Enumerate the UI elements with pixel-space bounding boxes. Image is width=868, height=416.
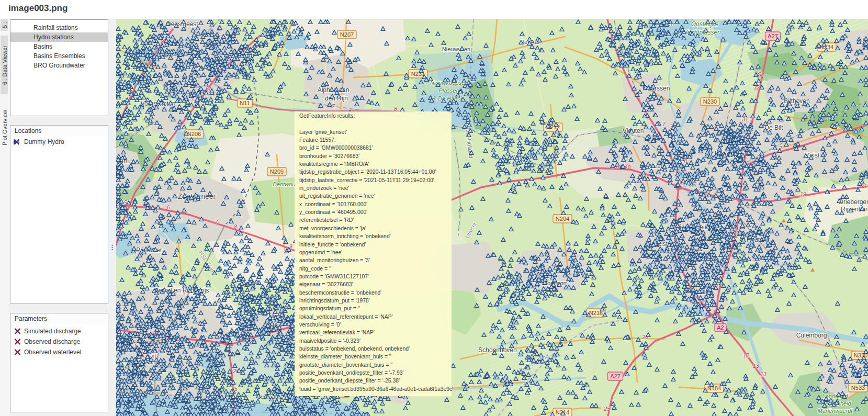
svg-text:Mariënwaerdt: Mariënwaerdt — [818, 408, 853, 414]
svg-text:N230: N230 — [703, 98, 717, 105]
svg-text:12: 12 — [743, 352, 749, 358]
svg-text:den Rijn: den Rijn — [325, 95, 348, 102]
svg-text:N533: N533 — [851, 385, 865, 391]
svg-text:A27: A27 — [610, 373, 621, 379]
svg-text:19: 19 — [800, 191, 806, 197]
svg-text:N207: N207 — [340, 31, 354, 38]
svg-text:A27: A27 — [768, 33, 778, 39]
svg-text:N206: N206 — [187, 131, 201, 137]
svg-text:Nieuwveen: Nieuwveen — [442, 46, 470, 52]
svg-text:Driebergen: Driebergen — [839, 198, 868, 206]
svg-text:N209: N209 — [270, 168, 284, 175]
svg-text:13: 13 — [760, 371, 766, 377]
svg-text:25: 25 — [603, 406, 610, 412]
svg-text:6: 6 — [167, 204, 170, 210]
svg-text:Plassen: Plassen — [438, 87, 459, 94]
svg-text:N204: N204 — [556, 216, 569, 222]
svg-text:8: 8 — [234, 223, 237, 230]
svg-text:N11: N11 — [240, 100, 250, 106]
svg-text:Culemborg: Culemborg — [796, 332, 827, 339]
svg-text:13: 13 — [753, 363, 759, 369]
svg-text:A2: A2 — [717, 324, 724, 331]
svg-text:9: 9 — [289, 243, 292, 249]
